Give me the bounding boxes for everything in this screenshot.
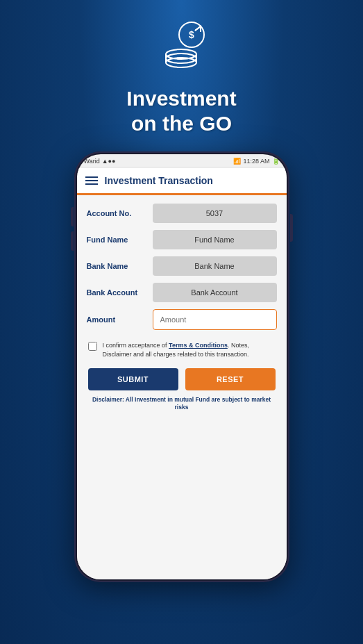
app-screen: Investment Transaction Account No. 5037 … [77, 168, 287, 579]
status-left: Warid ▲●● [84, 158, 116, 165]
clock: 11:28 AM [243, 158, 269, 165]
bank-name-row: Bank Name Bank Name [87, 256, 277, 276]
amount-label: Amount [87, 315, 153, 324]
status-right: 📶 11:28 AM 🔋 [233, 158, 279, 165]
fund-name-dropdown[interactable]: Fund Name [153, 230, 277, 249]
power-button [290, 214, 293, 242]
app-title: Investment on the GO [126, 86, 236, 136]
battery-icon: 🔋 [272, 158, 280, 165]
bank-account-dropdown[interactable]: Bank Account [153, 283, 277, 302]
top-icon-area: $ Investment on the GO [126, 19, 236, 136]
svg-line-9 [195, 26, 201, 31]
terms-link[interactable]: Terms & Conditions [169, 342, 228, 349]
fund-name-row: Fund Name Fund Name [87, 230, 277, 249]
svg-text:$: $ [189, 29, 194, 40]
bank-name-label: Bank Name [87, 262, 153, 270]
hamburger-menu-button[interactable] [85, 176, 98, 185]
carrier-name: Warid [84, 158, 100, 165]
amount-row: Amount [87, 309, 277, 330]
wifi-icon: 📶 [233, 158, 241, 165]
terms-label: I confirm acceptance of Terms & Conditio… [103, 341, 276, 358]
action-buttons: SUBMIT RESET [87, 368, 277, 390]
volume-button [71, 207, 74, 226]
amount-input[interactable] [153, 309, 277, 330]
screen-title: Investment Transaction [105, 175, 213, 186]
investment-form: Account No. 5037 Fund Name Fund Name Ban… [77, 195, 287, 579]
phone-shell: Warid ▲●● 📶 11:28 AM 🔋 Investment Transa… [74, 151, 289, 582]
fund-name-label: Fund Name [87, 236, 153, 244]
bank-account-row: Bank Account Bank Account [87, 283, 277, 302]
coin-investment-icon: $ [153, 19, 209, 75]
disclaimer-text: Disclaimer: All Investment in mutual Fun… [87, 396, 277, 411]
volume-button-2 [71, 231, 74, 251]
hamburger-line-2 [85, 180, 98, 181]
hamburger-line-1 [85, 176, 98, 178]
hamburger-line-3 [85, 183, 98, 185]
terms-checkbox-area: I confirm acceptance of Terms & Conditio… [87, 341, 277, 358]
status-bar: Warid ▲●● 📶 11:28 AM 🔋 [77, 154, 287, 168]
account-input[interactable]: 5037 [153, 204, 277, 223]
signal-icons: ▲●● [102, 158, 116, 165]
account-row: Account No. 5037 [87, 204, 277, 223]
phone-screen: Warid ▲●● 📶 11:28 AM 🔋 Investment Transa… [77, 154, 287, 579]
reset-button[interactable]: RESET [185, 368, 276, 390]
bank-name-dropdown[interactable]: Bank Name [153, 256, 277, 276]
terms-checkbox[interactable] [88, 342, 97, 351]
bank-account-label: Bank Account [87, 288, 153, 297]
app-header: Investment Transaction [77, 168, 287, 195]
account-label: Account No. [87, 209, 153, 217]
submit-button[interactable]: SUBMIT [88, 368, 178, 390]
